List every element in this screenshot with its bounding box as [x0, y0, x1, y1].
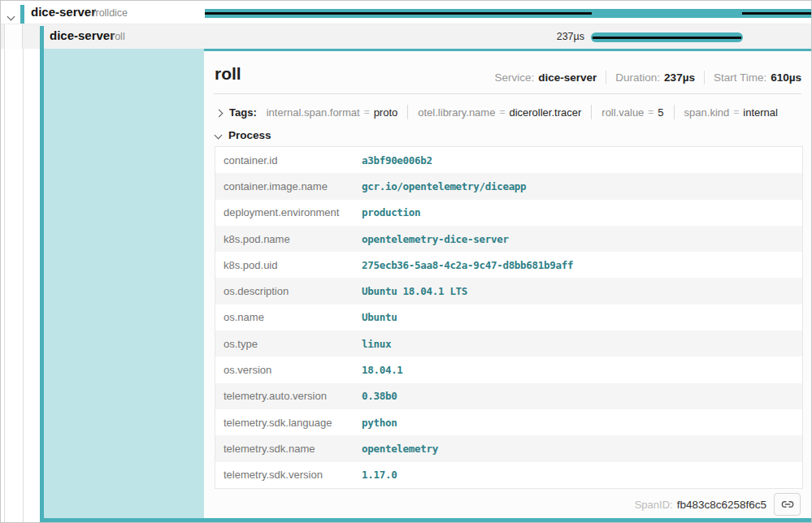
table-row: telemetry.sdk.language python: [215, 409, 802, 435]
tag-equals: =: [733, 106, 739, 118]
service-color-bar: [20, 5, 24, 24]
chevron-right-icon[interactable]: [216, 106, 222, 119]
span-bar-overlay: [593, 37, 741, 39]
tag-equals: =: [499, 106, 505, 118]
span-meta: Service: dice-server Duration: 237µs Sta…: [494, 71, 801, 84]
table-row: deployment.environment production: [215, 200, 802, 226]
chevron-down-icon[interactable]: [215, 128, 221, 140]
process-value: opentelemetry: [362, 443, 438, 455]
meta-item: Duration: 237µs: [606, 71, 695, 84]
tag-key: otel.library.name: [418, 106, 495, 119]
operation-name: /rolldice: [93, 7, 128, 19]
process-value: Ubuntu: [362, 311, 397, 323]
link-icon: [781, 498, 794, 511]
process-table: container.id a3bf90e006b2 container.imag…: [215, 146, 803, 489]
process-value: 0.38b0: [362, 390, 397, 402]
table-row: container.id a3bf90e006b2: [215, 147, 802, 173]
service-color-bar: [40, 26, 44, 49]
tag-key: internal.span.format: [267, 106, 360, 119]
span-detail-footer: SpanID: fb483c8c6258f6c5: [635, 492, 801, 517]
table-row: os.name Ubuntu: [215, 305, 802, 331]
tag-value: proto: [374, 106, 398, 119]
table-row: k8s.pod.name opentelemetry-dice-server: [215, 226, 802, 252]
span-title: roll: [215, 64, 241, 84]
process-section-header[interactable]: Process: [215, 128, 271, 142]
selected-span-highlight: [44, 49, 204, 518]
meta-label: Duration:: [615, 71, 660, 84]
table-row: os.type linux: [215, 331, 802, 357]
operation-name: roll: [111, 31, 125, 42]
process-value: 1.17.0: [362, 469, 397, 481]
process-value: 18.04.1: [362, 364, 403, 376]
process-value: production: [362, 206, 420, 218]
meta-value: 237µs: [664, 71, 695, 84]
span-duration-bar[interactable]: [591, 32, 743, 42]
span-bar-overlay: [205, 12, 592, 15]
process-key: telemetry.sdk.version: [215, 469, 362, 481]
indent-guide-line: [23, 49, 24, 523]
indent-guide-line: [4, 49, 5, 523]
selected-span-bottom-accent: [40, 518, 811, 522]
process-key: os.name: [215, 311, 362, 323]
process-key: container.id: [215, 154, 362, 166]
tag-key: roll.value: [601, 106, 644, 119]
table-row: container.image.name gcr.io/opentelemetr…: [215, 173, 802, 199]
collapse-chevron-icon[interactable]: [8, 8, 14, 23]
process-key: deployment.environment: [215, 206, 362, 218]
process-key: k8s.pod.name: [215, 233, 362, 245]
process-key: k8s.pod.uid: [215, 259, 362, 271]
process-header-label: Process: [228, 129, 271, 141]
copy-link-button[interactable]: [774, 493, 801, 516]
meta-value: dice-server: [538, 71, 597, 84]
spanid-label: SpanID:: [635, 499, 673, 511]
indent-guide-column: [4, 24, 23, 49]
process-key: telemetry.sdk.name: [215, 443, 362, 455]
span-detail-panel: roll Service: dice-server Duration: 237µ…: [204, 49, 811, 518]
tag-value: 5: [658, 106, 663, 119]
process-value: linux: [362, 338, 391, 350]
span-row-roll-selected[interactable]: dice-server roll 237µs: [1, 24, 812, 49]
table-row: os.description Ubuntu 18.04.1 LTS: [215, 278, 802, 304]
tags-section[interactable]: Tags: internal.span.format = proto otel.…: [215, 101, 801, 123]
service-name[interactable]: dice-server: [31, 5, 96, 19]
meta-value: 610µs: [771, 71, 801, 84]
table-row: telemetry.auto.version 0.38b0: [215, 383, 802, 409]
tag-item: roll.value = 5: [591, 105, 663, 119]
process-value: Ubuntu 18.04.1 LTS: [362, 285, 467, 297]
process-value: gcr.io/opentelemetry/diceapp: [362, 180, 526, 192]
tag-item: internal.span.format = proto: [267, 105, 398, 119]
spanid-value: fb483c8c6258f6c5: [677, 499, 766, 511]
process-value: python: [362, 417, 397, 429]
tag-key: span.kind: [684, 106, 730, 119]
tag-equals: =: [648, 106, 654, 118]
meta-item: Start Time: 610µs: [704, 71, 801, 84]
process-key: os.description: [215, 285, 362, 297]
tags-list: internal.span.format = proto otel.librar…: [267, 105, 778, 119]
table-row: os.version 18.04.1: [215, 357, 802, 383]
table-row: k8s.pod.uid 275ecb36-5aa8-4c2a-9c47-d8bb…: [215, 252, 802, 278]
tag-item: span.kind = internal: [674, 105, 778, 119]
process-key: container.image.name: [215, 180, 362, 192]
span-duration-label: 237µs: [497, 31, 584, 42]
process-key: telemetry.auto.version: [215, 390, 362, 402]
meta-label: Service:: [494, 71, 534, 84]
tag-value: diceroller.tracer: [509, 106, 581, 119]
span-bar-overlay: [742, 12, 812, 15]
process-key: os.type: [215, 338, 362, 350]
trace-timeline-view: dice-server /rolldice dice-server roll 2…: [0, 0, 812, 523]
process-value: a3bf90e006b2: [362, 154, 432, 166]
meta-item: Service: dice-server: [494, 71, 597, 84]
service-name[interactable]: dice-server: [50, 28, 115, 42]
tag-value: internal: [743, 106, 778, 119]
tag-item: otel.library.name = diceroller.tracer: [407, 105, 581, 119]
process-value: opentelemetry-dice-server: [362, 233, 509, 245]
table-row: telemetry.sdk.name opentelemetry: [215, 435, 802, 461]
tags-header[interactable]: Tags:: [229, 106, 257, 119]
tag-equals: =: [364, 106, 370, 118]
span-row-rolldice[interactable]: dice-server /rolldice: [1, 1, 812, 24]
process-key: telemetry.sdk.language: [215, 417, 362, 429]
process-value: 275ecb36-5aa8-4c2a-9c47-d8bb681b9aff: [362, 259, 573, 271]
span-duration-bar[interactable]: [205, 9, 812, 18]
process-key: os.version: [215, 364, 362, 376]
header-divider: [214, 93, 801, 94]
